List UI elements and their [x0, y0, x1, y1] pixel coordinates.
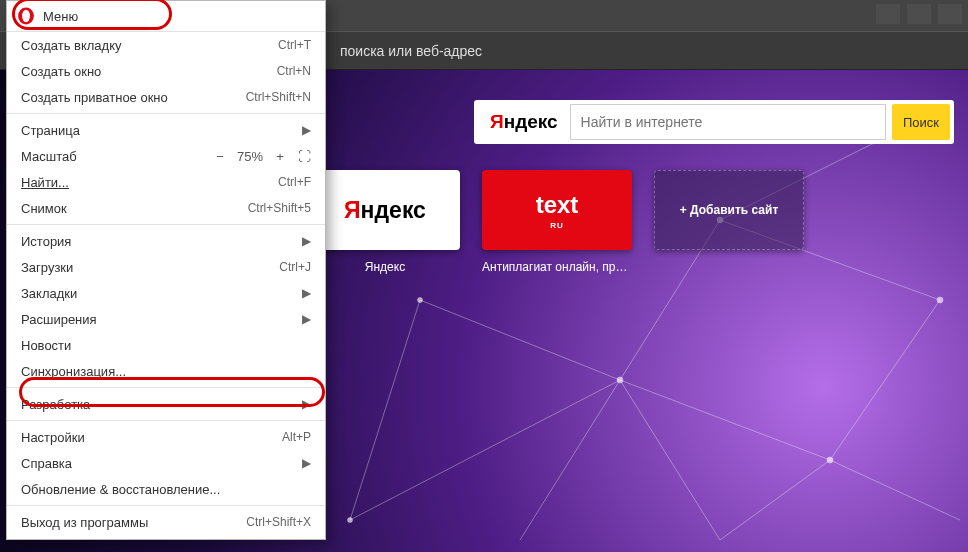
- svg-line-6: [830, 300, 940, 460]
- svg-point-15: [937, 297, 943, 303]
- menu-news[interactable]: Новости: [7, 332, 325, 358]
- window-minimize-button[interactable]: [876, 4, 900, 24]
- menu-developer[interactable]: Разработка▶: [7, 391, 325, 417]
- menu-sync[interactable]: Синхронизация...: [7, 358, 325, 384]
- zoom-in-button[interactable]: +: [273, 149, 287, 164]
- window-close-button[interactable]: [938, 4, 962, 24]
- svg-line-9: [520, 380, 620, 540]
- menu-new-private[interactable]: Создать приватное окно Ctrl+Shift+N: [7, 84, 325, 110]
- address-bar-placeholder-fragment: поиска или веб-адрес: [340, 43, 482, 59]
- opera-main-menu: Меню Создать вкладку Ctrl+T Создать окно…: [6, 0, 326, 540]
- svg-point-20: [22, 10, 30, 22]
- menu-header: Меню: [7, 1, 325, 32]
- yandex-logo: Яндекс: [478, 111, 570, 133]
- menu-history[interactable]: История▶: [7, 228, 325, 254]
- menu-settings[interactable]: Настройки Alt+P: [7, 424, 325, 450]
- opera-icon: [17, 7, 35, 25]
- menu-exit[interactable]: Выход из программы Ctrl+Shift+X: [7, 509, 325, 535]
- menu-update-restore[interactable]: Обновление & восстановление...: [7, 476, 325, 502]
- tile-textru[interactable]: text RU Антиплагиат онлайн, провер...: [482, 170, 632, 274]
- svg-line-10: [720, 460, 830, 540]
- menu-new-window[interactable]: Создать окно Ctrl+N: [7, 58, 325, 84]
- yandex-logo-y: Я: [490, 111, 504, 133]
- svg-line-11: [620, 380, 720, 540]
- svg-point-12: [617, 377, 623, 383]
- menu-snapshot[interactable]: Снимок Ctrl+Shift+5: [7, 195, 325, 221]
- search-input[interactable]: [570, 104, 886, 140]
- svg-point-16: [418, 298, 423, 303]
- window-maximize-button[interactable]: [907, 4, 931, 24]
- speed-dial-row: Яндекс Яндекс text RU Антиплагиат онлайн…: [310, 170, 804, 274]
- tile-yandex[interactable]: Яндекс Яндекс: [310, 170, 460, 274]
- svg-line-0: [350, 380, 620, 520]
- menu-page[interactable]: Страница▶: [7, 117, 325, 143]
- fullscreen-icon[interactable]: ⛶: [297, 149, 311, 164]
- menu-find[interactable]: Найти... Ctrl+F: [7, 169, 325, 195]
- svg-line-7: [420, 300, 620, 380]
- menu-zoom[interactable]: Масштаб − 75% + ⛶: [7, 143, 325, 169]
- svg-point-17: [348, 518, 353, 523]
- search-button[interactable]: Поиск: [892, 104, 950, 140]
- tile-add-site[interactable]: + Добавить сайт: [654, 170, 804, 274]
- menu-extensions[interactable]: Расширения▶: [7, 306, 325, 332]
- menu-bookmarks[interactable]: Закладки▶: [7, 280, 325, 306]
- zoom-out-button[interactable]: −: [213, 149, 227, 164]
- svg-line-1: [620, 380, 830, 460]
- svg-line-5: [830, 460, 960, 520]
- menu-downloads[interactable]: Загрузки Ctrl+J: [7, 254, 325, 280]
- menu-new-tab[interactable]: Создать вкладку Ctrl+T: [7, 32, 325, 58]
- svg-line-8: [350, 300, 420, 520]
- zoom-value: 75%: [237, 149, 263, 164]
- svg-point-13: [827, 457, 833, 463]
- yandex-search-bar: Яндекс Поиск: [474, 100, 954, 144]
- menu-help[interactable]: Справка▶: [7, 450, 325, 476]
